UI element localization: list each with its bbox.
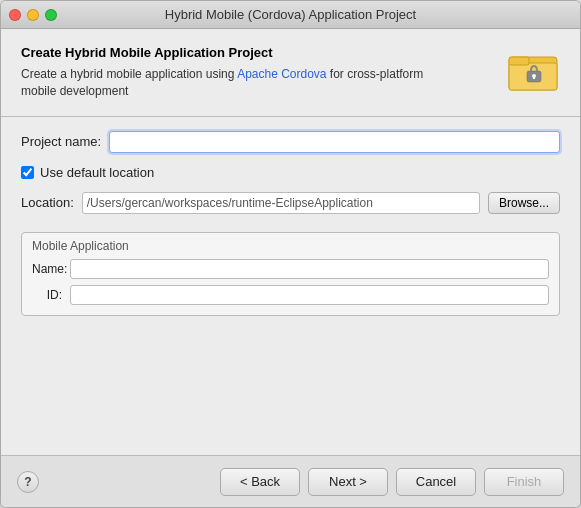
location-row: Location: Browse... (21, 192, 560, 214)
project-name-label: Project name: (21, 134, 101, 149)
cancel-button[interactable]: Cancel (396, 468, 476, 496)
use-default-location-row: Use default location (21, 165, 560, 180)
header-separator (1, 116, 580, 117)
traffic-lights (9, 9, 57, 21)
use-default-location-checkbox[interactable] (21, 166, 34, 179)
app-name-label: Name: (32, 262, 62, 276)
back-button[interactable]: < Back (220, 468, 300, 496)
close-button[interactable] (9, 9, 21, 21)
header-section: Create Hybrid Mobile Application Project… (21, 45, 560, 100)
header-text: Create Hybrid Mobile Application Project… (21, 45, 508, 100)
desc-highlight: Apache Cordova (237, 67, 326, 81)
app-id-label: ID: (32, 288, 62, 302)
window-title: Hybrid Mobile (Cordova) Application Proj… (165, 7, 416, 22)
content-area: Create Hybrid Mobile Application Project… (1, 29, 580, 455)
minimize-button[interactable] (27, 9, 39, 21)
location-label: Location: (21, 195, 74, 210)
project-name-row: Project name: (21, 131, 560, 153)
main-window: Hybrid Mobile (Cordova) Application Proj… (0, 0, 581, 508)
app-id-input[interactable] (70, 285, 549, 305)
page-description: Create a hybrid mobile application using… (21, 66, 441, 100)
desc-part1: Create a hybrid mobile application using (21, 67, 237, 81)
svg-rect-2 (509, 57, 529, 65)
help-button[interactable]: ? (17, 471, 39, 493)
bottom-buttons: < Back Next > Cancel Finish (220, 468, 564, 496)
mobile-application-group: Mobile Application Name: ID: (21, 232, 560, 316)
group-title: Mobile Application (32, 239, 549, 253)
next-button[interactable]: Next > (308, 468, 388, 496)
content-spacer (21, 316, 560, 455)
form-section: Project name: Use default location Locat… (21, 131, 560, 316)
bottom-bar: ? < Back Next > Cancel Finish (1, 455, 580, 507)
page-title: Create Hybrid Mobile Application Project (21, 45, 508, 60)
app-id-row: ID: (32, 285, 549, 305)
title-bar: Hybrid Mobile (Cordova) Application Proj… (1, 1, 580, 29)
browse-button[interactable]: Browse... (488, 192, 560, 214)
bottom-left: ? (17, 471, 39, 493)
finish-button[interactable]: Finish (484, 468, 564, 496)
svg-rect-5 (533, 76, 535, 79)
location-input[interactable] (82, 192, 480, 214)
maximize-button[interactable] (45, 9, 57, 21)
app-name-input[interactable] (70, 259, 549, 279)
project-name-input[interactable] (109, 131, 560, 153)
app-name-row: Name: (32, 259, 549, 279)
use-default-location-label: Use default location (40, 165, 154, 180)
folder-icon (508, 49, 560, 93)
